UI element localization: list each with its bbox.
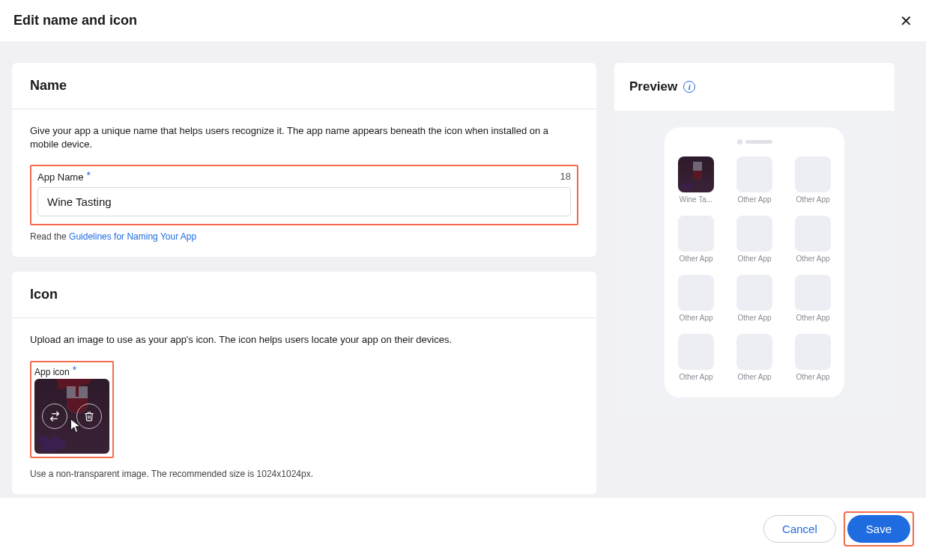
- app-icon-placeholder: [795, 156, 831, 192]
- app-tile-placeholder: Other App: [674, 275, 718, 322]
- app-name-input[interactable]: [37, 187, 571, 216]
- app-label: Wine Ta...: [680, 195, 712, 204]
- app-tile-placeholder: Other App: [790, 334, 835, 381]
- close-icon[interactable]: ✕: [900, 13, 913, 28]
- icon-card-body: Upload an image to use as your app's ico…: [12, 318, 596, 493]
- app-label: Other App: [796, 373, 829, 381]
- app-tile-placeholder: Other App: [790, 156, 835, 204]
- delete-icon-button[interactable]: [76, 404, 102, 429]
- app-label: Other App: [737, 195, 771, 204]
- app-icon-placeholder: [795, 275, 831, 311]
- app-label: Other App: [796, 195, 829, 204]
- phone-mockup: Wine Ta... Other App Other App Other App…: [665, 127, 844, 398]
- icon-card-title: Icon: [30, 287, 578, 302]
- app-name-label-text: App Name: [37, 171, 83, 183]
- dialog-footer: Cancel Save: [0, 498, 926, 560]
- app-name-char-count: 18: [560, 171, 571, 182]
- speaker-bar-icon: [745, 140, 772, 144]
- naming-guidelines-link[interactable]: Guidelines for Naming Your App: [69, 231, 196, 242]
- app-grid: Wine Ta... Other App Other App Other App…: [674, 156, 835, 381]
- preview-title: Preview: [629, 79, 677, 94]
- dialog-header: Edit name and icon ✕: [0, 0, 926, 41]
- app-tile-placeholder: Other App: [732, 216, 777, 263]
- app-name-helper: Read the Guidelines for Naming Your App: [30, 231, 578, 242]
- app-icon-field-highlight: App icon*: [30, 361, 114, 458]
- app-tile-placeholder: Other App: [790, 275, 835, 322]
- app-icon-placeholder: [736, 216, 772, 252]
- app-tile-yourapp: Wine Ta...: [674, 156, 718, 204]
- icon-description: Upload an image to use as your app's ico…: [30, 333, 578, 347]
- app-label: Other App: [679, 373, 712, 381]
- save-button-highlight: Save: [844, 511, 914, 547]
- swap-icon: [49, 410, 61, 422]
- app-label: Other App: [796, 314, 829, 322]
- phone-notch: [674, 139, 835, 144]
- app-tile-placeholder: Other App: [674, 334, 718, 381]
- save-button[interactable]: Save: [847, 515, 910, 543]
- app-icon-yourapp: [678, 156, 714, 192]
- name-card-header: Name: [12, 63, 596, 109]
- icon-card: Icon Upload an image to use as your app'…: [12, 272, 596, 493]
- cancel-button[interactable]: Cancel: [763, 515, 836, 543]
- app-name-label-row: App Name* 18: [37, 171, 571, 183]
- preview-header: Preview i: [614, 63, 895, 111]
- app-icon-thumbnail[interactable]: [34, 379, 109, 454]
- app-label: Other App: [737, 373, 771, 381]
- app-name-helper-prefix: Read the: [30, 231, 69, 242]
- name-card: Name Give your app a unique name that he…: [12, 63, 596, 257]
- app-icon-placeholder: [736, 156, 772, 192]
- name-description: Give your app a unique name that helps u…: [30, 124, 578, 151]
- app-label: Other App: [679, 314, 712, 322]
- required-asterisk-icon: *: [73, 364, 76, 376]
- app-tile-placeholder: Other App: [732, 334, 777, 381]
- app-icon-label-text: App icon: [34, 367, 70, 377]
- app-label: Other App: [737, 255, 771, 263]
- required-asterisk-icon: *: [86, 169, 90, 181]
- speaker-dot-icon: [737, 139, 742, 144]
- dialog-content: Name Give your app a unique name that he…: [0, 41, 926, 516]
- app-name-label: App Name*: [37, 171, 91, 183]
- app-label: Other App: [796, 255, 829, 263]
- replace-icon-button[interactable]: [42, 404, 67, 429]
- app-icon-placeholder: [678, 334, 714, 370]
- app-icon-placeholder: [736, 334, 772, 370]
- icon-card-header: Icon: [12, 272, 596, 318]
- app-name-field-highlight: App Name* 18: [30, 165, 578, 225]
- dialog-title: Edit name and icon: [13, 13, 137, 28]
- app-icon-helper: Use a non-transparent image. The recomme…: [30, 469, 578, 479]
- name-card-body: Give your app a unique name that helps u…: [12, 109, 596, 257]
- app-icon-placeholder: [678, 216, 714, 252]
- icon-actions: [34, 379, 109, 454]
- app-tile-placeholder: Other App: [732, 156, 777, 204]
- app-icon-placeholder: [795, 216, 831, 252]
- app-tile-placeholder: Other App: [674, 216, 718, 263]
- trash-icon: [84, 411, 94, 421]
- preview-card: Preview i Wine Ta... Other A: [614, 63, 895, 414]
- app-icon-placeholder: [795, 334, 831, 370]
- preview-stage: Wine Ta... Other App Other App Other App…: [614, 111, 895, 414]
- app-icon-placeholder: [736, 275, 772, 311]
- main-column: Name Give your app a unique name that he…: [12, 63, 596, 494]
- info-icon[interactable]: i: [683, 81, 695, 93]
- name-card-title: Name: [30, 78, 578, 94]
- app-icon-label: App icon*: [34, 365, 109, 377]
- app-label: Other App: [737, 314, 771, 322]
- app-label: Other App: [679, 255, 712, 263]
- app-icon-placeholder: [678, 275, 714, 311]
- app-tile-placeholder: Other App: [732, 275, 777, 322]
- app-tile-placeholder: Other App: [790, 216, 835, 263]
